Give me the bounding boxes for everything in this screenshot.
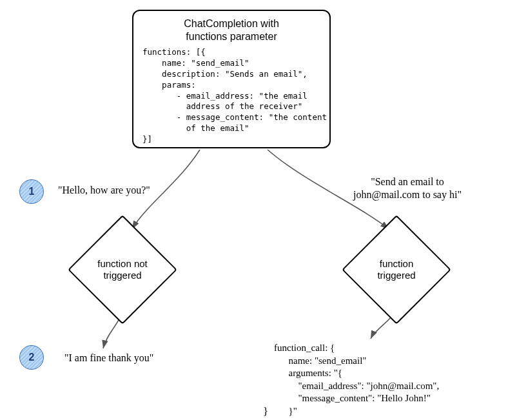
right-decision-label: function triggered — [358, 258, 435, 281]
chatcompletion-code: functions: [{ name: "send_email" descrip… — [142, 47, 320, 145]
right-decision-diamond: function triggered — [358, 231, 435, 308]
step-badge-1: 1 — [19, 179, 44, 204]
right-query-line2: john@mail.com to say hi" — [353, 189, 462, 200]
chatcompletion-box: ChatCompletion with functions parameter … — [132, 10, 331, 148]
left-answer-text: "I am fine thank you" — [64, 352, 232, 365]
left-decision-line2: triggered — [103, 270, 141, 281]
chatcompletion-title: ChatCompletion with functions parameter — [142, 17, 320, 43]
left-decision-diamond: function not triggered — [84, 231, 161, 308]
closing-brace: } — [263, 405, 268, 418]
title-line2: functions parameter — [186, 31, 277, 42]
step-badge-2: 2 — [19, 345, 44, 370]
title-line1: ChatCompletion with — [184, 18, 279, 29]
right-query-line1: "Send an email to — [371, 176, 444, 187]
step-badge-2-number: 2 — [29, 352, 35, 363]
right-query-text: "Send an email to john@mail.com to say h… — [330, 175, 485, 201]
left-decision-line1: function not — [97, 258, 148, 269]
left-query-text: "Hello, how are you?" — [58, 184, 200, 197]
right-decision-line1: function — [380, 258, 414, 269]
left-decision-label: function not triggered — [84, 258, 161, 281]
right-output-text: function_call: { name: "send_email" argu… — [274, 342, 506, 417]
right-decision-line2: triggered — [377, 270, 415, 281]
step-badge-1-number: 1 — [29, 186, 35, 197]
